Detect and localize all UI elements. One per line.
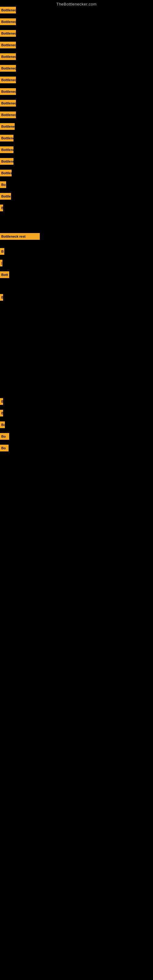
bottleneck-bar-6[interactable]: Bottleneck resul bbox=[0, 65, 16, 72]
bottleneck-bar-20[interactable]: B bbox=[0, 248, 4, 255]
bottleneck-bar-14[interactable]: Bottleneck r bbox=[0, 158, 13, 165]
bottleneck-bar-10[interactable]: Bottleneck resul bbox=[0, 111, 16, 118]
bottleneck-bar-2[interactable]: Bottleneck resul bbox=[0, 18, 16, 25]
bottleneck-bar-26[interactable]: Bo bbox=[0, 422, 5, 428]
bottleneck-bar-15[interactable]: Bottlene bbox=[0, 170, 12, 177]
bottleneck-bar-13[interactable]: Bottleneck re bbox=[0, 146, 13, 153]
bottleneck-bar-18[interactable]: B bbox=[0, 205, 3, 211]
bottleneck-bar-28[interactable]: Bo bbox=[0, 445, 9, 452]
bottleneck-bar-7[interactable]: Bottleneck resul bbox=[0, 76, 16, 83]
bottleneck-bar-4[interactable]: Bottleneck resul bbox=[0, 41, 16, 48]
bottleneck-bar-9[interactable]: Bottleneck resul bbox=[0, 100, 16, 107]
site-title: TheBottlenecker.com bbox=[0, 0, 153, 8]
bottleneck-bar-19[interactable]: Bottleneck rest bbox=[0, 233, 40, 240]
bottleneck-bar-16[interactable]: Bo bbox=[0, 181, 6, 188]
bottleneck-bar-24[interactable]: B bbox=[0, 398, 3, 405]
bottleneck-bar-22[interactable]: Bott bbox=[0, 271, 9, 278]
bottleneck-bar-27[interactable]: Bo bbox=[0, 433, 9, 440]
bottleneck-bar-25[interactable]: B bbox=[0, 410, 3, 417]
bottleneck-bar-5[interactable]: Bottleneck resul bbox=[0, 53, 16, 60]
bottleneck-bar-21[interactable]: | bbox=[0, 260, 2, 266]
bottleneck-bar-23[interactable]: B bbox=[0, 294, 3, 301]
bottleneck-bar-3[interactable]: Bottleneck resul bbox=[0, 30, 16, 37]
bottleneck-bar-8[interactable]: Bottleneck resul bbox=[0, 88, 16, 95]
bottleneck-bar-11[interactable]: Bottleneck re bbox=[0, 123, 15, 130]
bottleneck-bar-12[interactable]: Bottleneck r bbox=[0, 135, 13, 142]
bottleneck-bar-1[interactable]: Bottleneck resul bbox=[0, 7, 16, 13]
bottleneck-bar-17[interactable]: Bottler bbox=[0, 193, 11, 200]
